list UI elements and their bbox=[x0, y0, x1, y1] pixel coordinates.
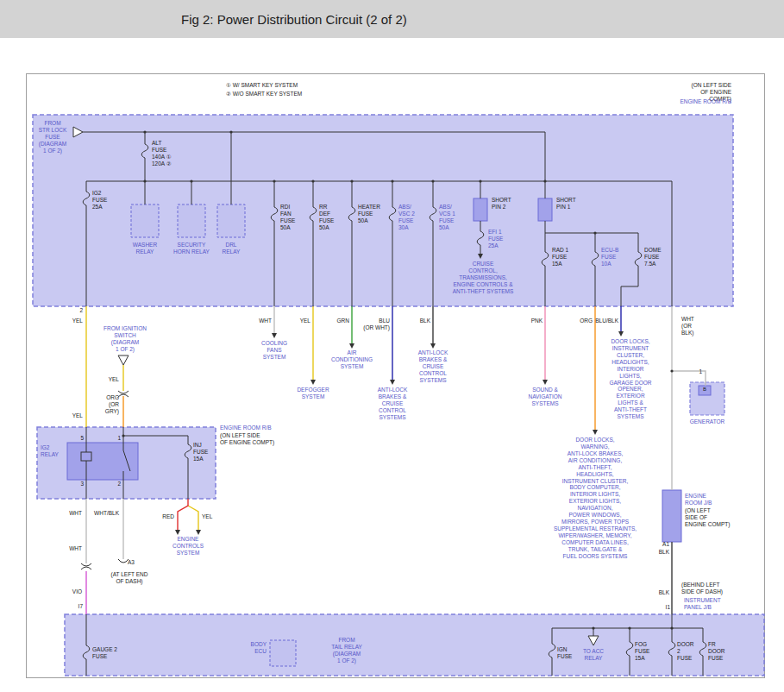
engine-room-jb-icon bbox=[662, 490, 681, 542]
wire-yel-ignition-label: YEL bbox=[109, 376, 119, 383]
connector-a3-label: A3 bbox=[128, 559, 135, 566]
wire-blu-or-wht-label: BLU (OR WHT) bbox=[363, 318, 390, 331]
efi1-fuse-label: EFI 1 FUSE 25A bbox=[488, 229, 503, 249]
dest-door-locks-short: DOOR LOCKS, INSTRUMENT CLUSTER, HEADLIGH… bbox=[609, 338, 651, 420]
fr-door-fuse-label: FR DOOR FUSE bbox=[708, 641, 725, 662]
drl-relay-icon bbox=[217, 204, 245, 237]
dest-defogger: DEFOGGER SYSTEM bbox=[297, 387, 329, 400]
wire-yel-2-label: YEL bbox=[72, 412, 83, 419]
wire-red-inj-label: RED bbox=[162, 513, 174, 520]
ig2-relay-icon bbox=[67, 443, 138, 480]
washer-relay-icon bbox=[131, 204, 159, 237]
generator-label: GENERATOR bbox=[690, 418, 725, 425]
gauge2-fuse-label: GAUGE 2 FUSE bbox=[92, 646, 117, 660]
body-ecu-icon bbox=[270, 640, 296, 666]
wire-wht-or-blk-label: WHT (OR BLK) bbox=[681, 316, 694, 337]
short-pin-2-icon bbox=[474, 198, 487, 221]
relay-pin-3-label: 3 bbox=[80, 481, 84, 488]
short-pin-1-icon bbox=[538, 198, 552, 221]
figure-page: Fig 2: Power Distribution Circuit (2 of … bbox=[0, 0, 784, 692]
washer-relay-label: WASHER RELAY bbox=[133, 242, 157, 255]
ign-fuse-label: IGN FUSE bbox=[557, 646, 572, 660]
connector-a1-label: A1 bbox=[662, 541, 669, 548]
security-horn-relay-icon bbox=[178, 204, 205, 237]
wire-pnk-sound-label: PNK bbox=[531, 318, 543, 324]
dest-abs-cruise-1: ANTI-LOCK BRAKES & CRUISE CONTROL SYSTEM… bbox=[378, 387, 408, 421]
wire-org-or-gry-label: ORG (OR GRY) bbox=[105, 394, 119, 415]
inj-fuse-label: INJ FUSE 15A bbox=[193, 442, 208, 462]
from-ignition-switch-label: FROM IGNITION SWITCH (DIAGRAM 1 OF 2) bbox=[103, 325, 147, 353]
alt-fuse-label: ALT FUSE 140A ① 120A ② bbox=[152, 140, 171, 167]
a3-location-label: (AT LEFT END OF DASH) bbox=[111, 571, 148, 585]
wire-vio-label: VIO bbox=[72, 588, 82, 595]
abs-vcs1-fuse-label: ABS/ VCS 1 FUSE 50A bbox=[439, 204, 455, 231]
security-horn-relay-label: SECURITY HORN RELAY bbox=[173, 242, 210, 255]
legend-no-smart-key: ② W/O SMART KEY SYSTEM bbox=[226, 91, 302, 98]
wire-org-doors-label: ORG bbox=[580, 318, 593, 324]
wire-blk-upper-label: BLK bbox=[659, 549, 669, 556]
relay-pin-1-label: 1 bbox=[117, 435, 121, 442]
dome-fuse-label: DOME FUSE 7.5A bbox=[644, 247, 662, 267]
instrument-panel-jb-location-label: (BEHIND LEFT SIDE OF DASH) bbox=[681, 582, 723, 595]
dest-engine-controls: ENGINE CONTROLS SYSTEM bbox=[172, 536, 204, 557]
ig2-rb-location-label: (ON LEFT SIDE OF ENGINE COMPT) bbox=[220, 432, 274, 446]
dest-abs-cruise-2: ANTI-LOCK BRAKES & CRUISE CONTROL SYSTEM… bbox=[418, 349, 448, 384]
connector-i7-label: I7 bbox=[78, 603, 83, 610]
generator-pin-1-label: 1 bbox=[699, 368, 702, 375]
drl-relay-label: DRL RELAY bbox=[223, 242, 241, 255]
from-ignition-triangle-icon bbox=[118, 355, 129, 365]
wire-wht-pin3-label: WHT bbox=[69, 510, 82, 517]
exit-pin-2-label: 2 bbox=[79, 307, 83, 314]
wire-blk-abs-label: BLK bbox=[420, 318, 430, 324]
wire-blu-blk-label: BLU/BLK bbox=[595, 318, 618, 324]
from-tail-relay-label: FROM TAIL RELAY (DIAGRAM 1 OF 2) bbox=[331, 637, 362, 664]
engine-room-jb-name-label: ENGINE ROOM J/B bbox=[685, 493, 712, 506]
dest-door-locks-long: DOOR LOCKS, WARNING, ANTI-LOCK BRAKES, A… bbox=[554, 437, 637, 560]
connector-i1-label: I1 bbox=[666, 604, 670, 611]
to-acc-relay-label: TO ACC RELAY bbox=[583, 648, 604, 662]
relay-pin-5-label: 5 bbox=[80, 435, 84, 442]
ig2-relay-label: IG2 RELAY bbox=[41, 444, 59, 458]
ig2-fuse-label: IG2 FUSE 25A bbox=[92, 190, 107, 211]
from-str-lock-fuse-label: FROM STR LOCK FUSE (DIAGRAM 1 OF 2) bbox=[39, 120, 67, 154]
generator-terminal-b-label: B bbox=[703, 387, 706, 393]
instrument-panel-jb-name-label: INSTRUMENT PANEL J/B bbox=[684, 597, 721, 611]
ig2-rb-name-label: ENGINE ROOM R/B bbox=[220, 425, 272, 431]
wire-grn-ac-label: GRN bbox=[337, 318, 349, 324]
fog-fuse-label: FOG FUSE 15A bbox=[635, 641, 649, 662]
short-pin-1-label: SHORT PIN 1 bbox=[556, 197, 576, 211]
engine-room-jb-location-label: (ON LEFT SIDE OF ENGINE COMPT) bbox=[685, 507, 730, 528]
short-pin-2-label: SHORT PIN 2 bbox=[492, 197, 511, 211]
wire-wht-cooling-label: WHT bbox=[259, 318, 272, 324]
body-ecu-label: BODY ECU bbox=[251, 641, 267, 655]
abs-vsc2-fuse-label: ABS/ VSC 2 FUSE 30A bbox=[398, 204, 415, 231]
relay-pin-2-label: 2 bbox=[117, 481, 121, 488]
cruise-destination-label: CRUISE CONTROL, TRANSMISSIONS, ENGINE CO… bbox=[453, 261, 514, 295]
wires-red bbox=[178, 499, 188, 530]
heater-fuse-label: HEATER FUSE 50A bbox=[358, 204, 380, 224]
wire-yel-inj-label: YEL bbox=[202, 513, 212, 520]
wire-yel-1-label: YEL bbox=[72, 318, 83, 324]
wire-yel-defogger-label: YEL bbox=[300, 318, 310, 324]
door-2-fuse-label: DOOR 2 FUSE bbox=[677, 641, 694, 662]
dest-sound-nav: SOUND & NAVIGATION SYSTEMS bbox=[528, 387, 561, 407]
wire-wht-blk-pin2-label: WHT/BLK bbox=[94, 510, 119, 517]
legend-smart-key: ① W/ SMART KEY SYSTEM bbox=[226, 82, 298, 89]
rad1-fuse-label: RAD 1 FUSE 15A bbox=[552, 247, 568, 267]
engine-room-rb-name: ENGINE ROOM R/B bbox=[680, 98, 731, 105]
rdi-fan-fuse-label: RDI FAN FUSE 50A bbox=[280, 204, 295, 231]
wire-blk-lower-label: BLK bbox=[659, 589, 669, 596]
ecub-fuse-label: ECU-B FUSE 10A bbox=[601, 247, 618, 267]
wire-wht-lower-label: WHT bbox=[69, 545, 82, 552]
dest-cooling-fans: COOLING FANS SYSTEM bbox=[261, 340, 287, 361]
instrument-panel-jb-box bbox=[65, 614, 764, 676]
rr-def-fuse-label: RR DEF FUSE 50A bbox=[319, 204, 334, 231]
dest-air-conditioning: AIR CONDITIONING SYSTEM bbox=[331, 349, 373, 370]
